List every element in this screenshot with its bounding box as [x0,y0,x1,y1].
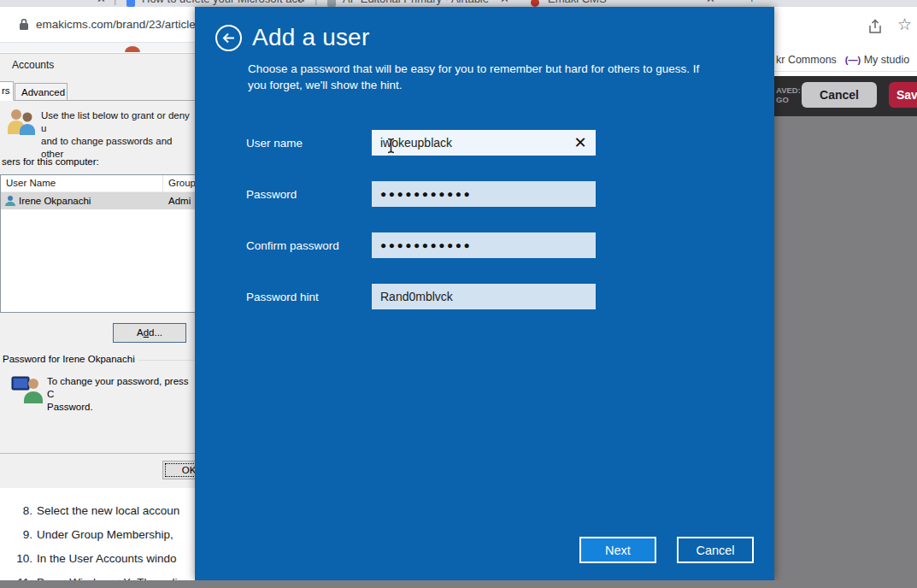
tab-close-icon[interactable]: ✕ [706,0,715,5]
confirm-password-field[interactable]: ●●●●●●●●●●● [372,232,596,258]
browser-tab-strip: ✕ | How to delete your Microsoft acc ✕ |… [0,0,917,7]
cms-action-bar: AVED: GO Cancel Save [774,76,917,114]
cms-save-button[interactable]: Save [889,82,917,108]
row-user-name: Irene Okpanachi [19,196,91,206]
tab-label[interactable]: AP Editorial Primary - Airtable [343,0,489,5]
new-tab-button[interactable]: + [749,0,755,5]
add-user-dialog: Add a user Choose a password that will b… [195,7,774,580]
tab-separator: | [314,0,317,5]
users-list-label: sers for this computer: [2,156,99,167]
users-group-icon [5,107,38,139]
next-button[interactable]: Next [579,537,656,563]
column-user-name[interactable]: User Name [1,175,163,191]
password-hint-label: Password hint [246,291,372,303]
list-item: 10.In the User Accounts windo [0,552,195,565]
page-top-strip [0,43,195,52]
password-hint-field[interactable]: Rand0mblvck [372,284,596,309]
back-button[interactable] [215,25,242,51]
column-group[interactable]: Group [163,175,195,191]
list-item: 8.Select the new local accoun [0,504,195,517]
site-logo-partial [125,46,140,52]
ok-button[interactable]: OK [162,461,195,479]
add-button[interactable]: Add... [113,323,186,343]
user-accounts-title: Accounts [12,59,54,71]
saved-status-text: AVED: GO [774,85,800,104]
users-tab-description: Use the list below to grant or deny u an… [41,109,195,161]
airtable-favicon [327,0,336,7]
text-cursor-ibeam [386,138,396,157]
users-listview[interactable]: User Name Group Irene Okpanachi Admi [0,174,195,313]
tab-label[interactable]: How to delete your Microsoft acc [142,0,303,5]
tab-close-icon[interactable]: ✕ [97,0,106,5]
tab-close-icon[interactable]: ✕ [297,0,306,5]
tab-separator: | [114,0,116,5]
username-label: User name [246,137,372,150]
lock-icon[interactable] [19,18,29,34]
share-icon[interactable] [867,18,884,38]
emaki-favicon [531,0,539,7]
user-icon [4,195,16,207]
cms-cancel-button[interactable]: Cancel [802,82,877,108]
list-item: 9.Under Group Membership, [0,528,195,541]
dialog-description: Choose a password that will be easy for … [248,61,714,93]
tab-users[interactable]: rs [0,81,14,101]
left-browser-pane: emakicms.com/brand/23/articles Accounts … [0,7,195,580]
password-field[interactable]: ●●●●●●●●●●● [372,181,596,207]
right-browser-pane: ☆ kr Commons (—) My studio AVED: GO Canc… [774,7,917,580]
password-label: Password [246,188,372,201]
listview-header[interactable]: User Name Group [1,175,195,192]
tab-label[interactable]: Emaki CMS [548,0,607,5]
password-groupbox-label: Password for Irene Okpanachi [3,354,195,364]
article-steps-list: 8.Select the new local accoun 9.Under Gr… [0,488,195,580]
bottom-gray-strip [0,580,917,588]
tab-advanced[interactable]: Advanced [15,83,68,101]
dialog-cancel-button[interactable]: Cancel [677,537,754,563]
bookmark-item[interactable]: (—) My studio [845,54,909,66]
clear-input-icon[interactable]: ✕ [570,132,591,153]
doc-favicon [126,0,135,7]
dialog-title: Add a user [252,24,369,51]
change-password-icon [10,373,44,406]
address-bar[interactable]: emakicms.com/brand/23/articles [0,7,195,43]
dialog-button-divider [0,453,195,454]
confirm-password-label: Confirm password [246,239,372,252]
my-studio-icon: (—) [845,55,861,65]
bookmark-star-icon[interactable]: ☆ [897,15,912,34]
username-field[interactable]: iwokeupblack ✕ [372,130,596,156]
change-password-text: To change your password, press C Passwor… [47,375,195,414]
bookmarks-bar: kr Commons (—) My studio [774,48,917,72]
tab-close-icon[interactable]: ✕ [500,0,509,5]
tab-page-border [0,100,195,101]
row-group: Admi [163,196,191,206]
user-accounts-dialog: Accounts rs Advanced Use the list below … [0,53,195,488]
bookmark-item[interactable]: kr Commons [776,54,837,66]
editor-canvas [774,114,917,580]
table-row[interactable]: Irene Okpanachi Admi [1,192,195,209]
url-text[interactable]: emakicms.com/brand/23/articles [36,18,195,31]
browser-toolbar: ☆ [774,7,917,48]
